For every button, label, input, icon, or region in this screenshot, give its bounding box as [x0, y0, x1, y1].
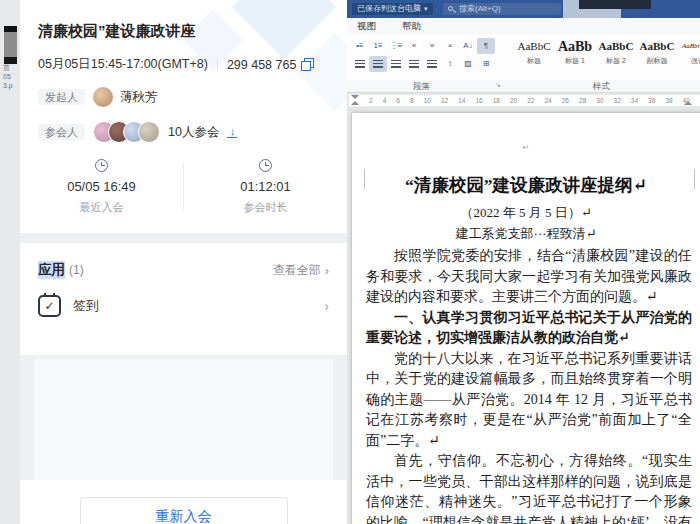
style-sample: AaBb — [556, 38, 594, 55]
bullet-list-button[interactable]: •≡ — [351, 38, 369, 54]
style-sample: AaBbC — [597, 38, 635, 55]
style-subtitle[interactable]: AaBbC 副标题 — [638, 38, 676, 80]
distribute-button[interactable] — [423, 56, 441, 72]
screen: 首 05 3.p 清廉校园”建设廉政讲座 05月05日15:45-17:00(G… — [0, 0, 700, 524]
paragraph-group: •≡ 1≡ ⋮≡ « » × A↓ ¶ ↕ ▨ ⊞ — [347, 34, 505, 80]
ruler-number: 6 — [396, 97, 400, 104]
style-sample: AaBbCcDd — [679, 38, 700, 55]
meeting-id: 299 458 765 — [227, 58, 297, 72]
download-icon[interactable]: ↓ — [227, 127, 237, 138]
apps-card: 应用 (1) 查看全部 › 签到 › — [20, 243, 347, 355]
word-window: 已保存到这台电脑▾ 搜索(Alt+Q) 视图 帮助 •≡ 1≡ ⋮≡ « » ×… — [347, 0, 700, 524]
tab-view[interactable]: 视图 — [357, 20, 376, 33]
document-date-line[interactable]: （2022 年 5 月 5 日）↵ — [352, 204, 700, 222]
word-titlebar: 已保存到这台电脑▾ 搜索(Alt+Q) — [347, 0, 700, 18]
ruler-number: 30 — [596, 97, 603, 104]
ruler-number: 24 — [544, 97, 551, 104]
align-left-button[interactable] — [351, 56, 369, 72]
sort-button[interactable]: A↓ — [459, 38, 477, 54]
style-emphasis[interactable]: AaBbCcDd 强调 — [679, 38, 700, 80]
first-line-indent-marker[interactable] — [351, 95, 359, 99]
document-paragraph[interactable]: 首先，守信仰。不忘初心，方得始终。“现实生活中，一些党员、干部出这样那样的问题，… — [366, 451, 692, 524]
ruler-number: 18 — [493, 97, 500, 104]
meeting-time: 05月05日15:45-17:00(GMT+8) — [38, 56, 208, 73]
ribbon-group-labels: 段落 ↘ 样式 — [347, 80, 700, 93]
stat-value: 01:12:01 — [240, 179, 291, 194]
ruler-number: 14 — [458, 97, 465, 104]
divider — [217, 59, 218, 71]
ruler-number: 38 — [665, 97, 672, 104]
tab-help[interactable]: 帮助 — [402, 20, 421, 33]
style-name: 标题 2 — [597, 56, 635, 66]
meeting-details-panel: 清廉校园”建设廉政讲座 05月05日15:45-17:00(GMT+8) 299… — [20, 0, 347, 524]
file-thumbnail — [4, 26, 17, 64]
style-heading2[interactable]: AaBbC 标题 2 — [597, 38, 635, 80]
copy-icon[interactable] — [302, 60, 312, 70]
numbered-list-button[interactable]: 1≡ — [369, 38, 387, 54]
meeting-stats: 05/05 16:49 最近入会 01:12:01 参会时长 — [20, 159, 347, 215]
organizer-label: 发起人 — [38, 89, 85, 105]
borders-button[interactable]: ⊞ — [477, 56, 495, 72]
app-item-label: 签到 — [73, 297, 99, 315]
style-sample: AaBbC — [638, 38, 676, 55]
rejoin-meeting-button[interactable]: 重新入会 — [80, 497, 288, 524]
checkin-calendar-icon — [38, 295, 61, 317]
stat-last-join: 05/05 16:49 最近入会 — [20, 159, 183, 215]
background-window-sliver: 首 05 3.p — [0, 0, 20, 524]
document-body[interactable]: 按照学院党委的安排，结合“清廉校园”建设的任务和要求，今天我同大家一起学习有关加… — [366, 246, 692, 524]
chevron-right-icon: › — [325, 263, 329, 278]
search-box[interactable]: 搜索(Alt+Q) — [443, 3, 561, 15]
ruler-number: 34 — [631, 97, 638, 104]
clock-icon — [259, 159, 272, 172]
file-name-fragment: 05 — [3, 73, 11, 81]
horizontal-ruler[interactable]: 246810121416182022242628303234363840 — [347, 93, 700, 108]
style-name: 副标题 — [638, 56, 676, 66]
line-spacing-button[interactable]: ↕ — [441, 56, 459, 72]
style-name: 标题 1 — [556, 56, 594, 66]
ruler-number: 36 — [648, 97, 655, 104]
align-center-button[interactable] — [369, 56, 387, 72]
ruler-number: 2 — [369, 97, 373, 104]
participant-avatar — [138, 121, 160, 143]
shading-button[interactable]: ▨ — [459, 56, 477, 72]
ruler-numbers: 246810121416182022242628303234363840 — [369, 95, 690, 106]
ruler-number: 10 — [424, 97, 431, 104]
view-all-link[interactable]: 查看全部 — [273, 262, 321, 279]
justify-button[interactable] — [405, 56, 423, 72]
document-paragraph[interactable]: 一、认真学习贯彻习近平总书记关于从严治党的重要论述，切实增强廉洁从教的政治自觉↵ — [366, 308, 692, 349]
document-area: ↵ “清廉校园”建设廉政讲座提纲↵ （2022 年 5 月 5 日）↵ 建工系党… — [347, 108, 700, 524]
organizer-name: 薄秋芳 — [120, 89, 158, 106]
file-name-fragment: 首 — [3, 64, 10, 72]
align-right-button[interactable] — [387, 56, 405, 72]
paragraph-group-label: 段落 — [413, 81, 430, 93]
style-title[interactable]: AaBbC 标题 — [515, 38, 553, 80]
app-item-checkin[interactable]: 签到 › — [38, 295, 329, 317]
ruler-number: 32 — [614, 97, 621, 104]
participants-row: 参会人 10人参会 ↓ — [38, 121, 329, 143]
ruler-number: 20 — [510, 97, 517, 104]
dialog-launcher-icon[interactable]: ↘ — [495, 81, 501, 89]
history-clock-icon — [95, 159, 108, 172]
ribbon: •≡ 1≡ ⋮≡ « » × A↓ ¶ ↕ ▨ ⊞ — [347, 34, 700, 80]
ruler-number: 12 — [441, 97, 448, 104]
asian-layout-button[interactable]: × — [441, 38, 459, 54]
style-gallery: AaBbC 标题 AaBb 标题 1 AaBbC 标题 2 AaBbC 副标题 … — [509, 34, 700, 80]
organizer-avatar — [93, 87, 113, 107]
stat-value: 05/05 16:49 — [67, 179, 136, 194]
participants-label: 参会人 — [38, 124, 85, 140]
save-status-dropdown[interactable]: 已保存到这台电脑▾ — [352, 3, 433, 15]
participant-avatar-stack[interactable] — [93, 121, 160, 143]
style-heading1[interactable]: AaBb 标题 1 — [556, 38, 594, 80]
ruler-number: 40 — [683, 97, 690, 104]
decrease-indent-button[interactable]: « — [405, 38, 423, 54]
document-paragraph[interactable]: 党的十八大以来，在习近平总书记系列重要讲话中，关于党的建设篇幅最多，而且始终贯穿… — [366, 349, 692, 452]
increase-indent-button[interactable]: » — [423, 38, 441, 54]
multilevel-list-button[interactable]: ⋮≡ — [387, 38, 405, 54]
document-page[interactable]: ↵ “清廉校园”建设廉政讲座提纲↵ （2022 年 5 月 5 日）↵ 建工系党… — [352, 113, 700, 524]
show-formatting-marks-button[interactable]: ¶ — [477, 38, 495, 54]
document-title[interactable]: “清廉校园”建设廉政讲座提纲↵ — [352, 173, 700, 197]
hanging-indent-marker[interactable] — [351, 101, 359, 105]
style-name: 强调 — [679, 56, 700, 66]
document-author-line[interactable]: 建工系党支部···程致清↵ — [352, 225, 700, 243]
document-paragraph[interactable]: 按照学院党委的安排，结合“清廉校园”建设的任务和要求，今天我同大家一起学习有关加… — [366, 246, 692, 308]
